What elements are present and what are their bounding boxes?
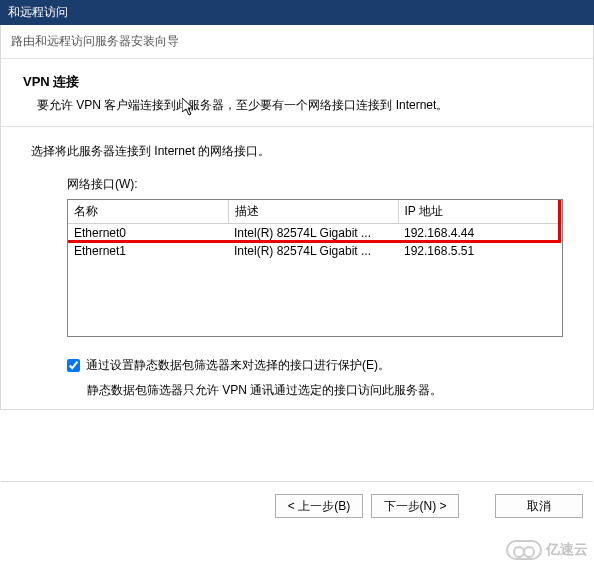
button-gap — [467, 494, 487, 518]
table-header-row: 名称 描述 IP 地址 — [68, 200, 562, 224]
cell-desc: Intel(R) 82574L Gigabit ... — [228, 242, 398, 260]
content-section: 选择将此服务器连接到 Internet 的网络接口。 网络接口(W): 名称 描… — [1, 126, 593, 409]
cell-name: Ethernet0 — [68, 224, 228, 243]
wizard-button-bar: < 上一步(B) 下一步(N) > 取消 — [1, 481, 593, 530]
wizard-subtitle: 路由和远程访问服务器安装向导 — [1, 25, 593, 59]
watermark: 亿速云 — [506, 540, 588, 560]
cancel-button[interactable]: 取消 — [495, 494, 583, 518]
page-description: 要允许 VPN 客户端连接到此服务器，至少要有一个网络接口连接到 Interne… — [23, 97, 571, 114]
page-title: VPN 连接 — [23, 73, 571, 91]
interface-label: 网络接口(W): — [67, 176, 563, 193]
protect-checkbox[interactable] — [67, 359, 80, 372]
wizard-panel: 路由和远程访问服务器安装向导 VPN 连接 要允许 VPN 客户端连接到此服务器… — [0, 25, 594, 410]
protect-description: 静态数据包筛选器只允许 VPN 通讯通过选定的接口访问此服务器。 — [87, 382, 563, 399]
table-row[interactable]: Ethernet1 Intel(R) 82574L Gigabit ... 19… — [68, 242, 562, 260]
instruction-text: 选择将此服务器连接到 Internet 的网络接口。 — [31, 143, 563, 160]
table-row[interactable]: Ethernet0 Intel(R) 82574L Gigabit ... 19… — [68, 224, 562, 243]
watermark-text: 亿速云 — [546, 541, 588, 559]
protect-checkbox-row: 通过设置静态数据包筛选器来对选择的接口进行保护(E)。 — [67, 357, 563, 374]
window-title: 和远程访问 — [8, 5, 68, 19]
protect-checkbox-label[interactable]: 通过设置静态数据包筛选器来对选择的接口进行保护(E)。 — [86, 357, 390, 374]
col-ip[interactable]: IP 地址 — [398, 200, 562, 224]
cell-ip: 192.168.5.51 — [398, 242, 562, 260]
interface-table-wrap: 名称 描述 IP 地址 Ethernet0 Intel(R) 82574L Gi… — [67, 199, 563, 337]
cell-desc: Intel(R) 82574L Gigabit ... — [228, 224, 398, 243]
cell-ip: 192.168.4.44 — [398, 224, 562, 243]
window-titlebar: 和远程访问 — [0, 0, 594, 25]
cell-name: Ethernet1 — [68, 242, 228, 260]
col-name[interactable]: 名称 — [68, 200, 228, 224]
watermark-logo-icon — [506, 540, 542, 560]
col-desc[interactable]: 描述 — [228, 200, 398, 224]
interface-table[interactable]: 名称 描述 IP 地址 Ethernet0 Intel(R) 82574L Gi… — [68, 200, 562, 260]
header-section: VPN 连接 要允许 VPN 客户端连接到此服务器，至少要有一个网络接口连接到 … — [1, 59, 593, 126]
next-button[interactable]: 下一步(N) > — [371, 494, 459, 518]
back-button[interactable]: < 上一步(B) — [275, 494, 363, 518]
